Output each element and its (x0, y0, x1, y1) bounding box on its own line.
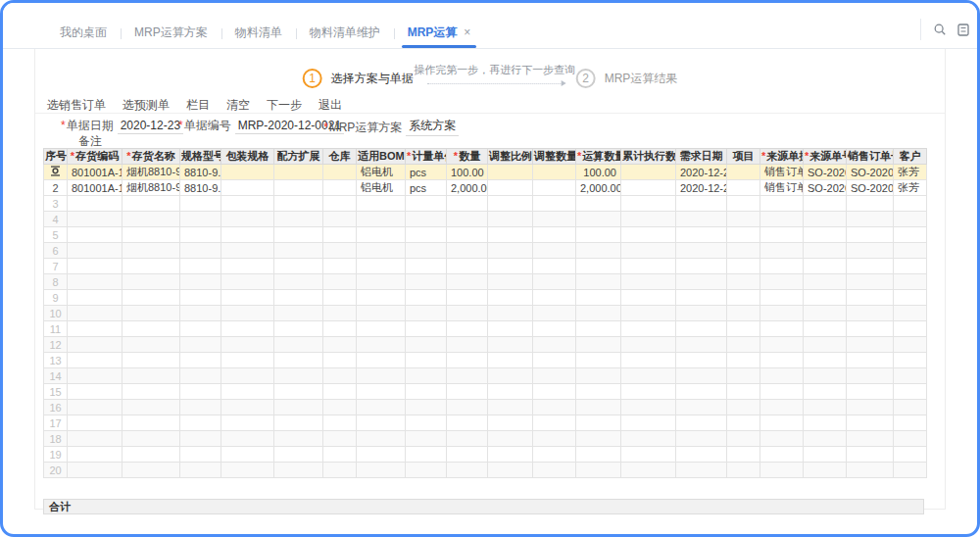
grid-cell[interactable] (406, 415, 447, 431)
grid-cell[interactable] (847, 353, 894, 368)
grid-cell[interactable] (894, 227, 927, 243)
grid-cell[interactable] (447, 368, 488, 384)
grid-cell[interactable] (122, 274, 180, 290)
grid-cell[interactable] (447, 447, 488, 463)
grid-cell[interactable] (68, 243, 122, 259)
table-row[interactable]: 6 (44, 243, 927, 259)
tab-1[interactable]: 我的桌面 (46, 20, 121, 48)
grid-cell[interactable] (406, 337, 447, 353)
grid-cell[interactable] (727, 290, 760, 306)
table-row[interactable]: 8 (44, 274, 927, 290)
grid-cell[interactable] (804, 227, 847, 243)
grid-cell[interactable] (447, 259, 488, 274)
grid-cell[interactable] (68, 337, 122, 353)
grid-cell[interactable] (676, 212, 727, 227)
grid-cell[interactable] (676, 447, 727, 463)
grid-cell[interactable] (804, 463, 847, 478)
grid-cell[interactable] (533, 353, 576, 368)
grid-cell[interactable] (804, 337, 847, 353)
grid-cell[interactable] (221, 400, 274, 415)
grid-cell[interactable] (180, 368, 221, 384)
grid-cell[interactable] (447, 337, 488, 353)
grid-cell[interactable] (760, 463, 804, 478)
grid-cell[interactable] (894, 463, 927, 478)
grid-cell[interactable] (894, 290, 927, 306)
toolbar-link-2[interactable]: 选预测单 (122, 97, 170, 114)
grid-cell[interactable] (727, 321, 760, 337)
grid-cell[interactable] (894, 384, 927, 400)
grid-cell[interactable] (323, 165, 357, 180)
grid-cell[interactable] (676, 384, 727, 400)
tab-4[interactable]: 物料清单维护 (296, 20, 394, 48)
grid-cell[interactable] (323, 368, 357, 384)
grid-cell[interactable] (447, 400, 488, 415)
grid-cell[interactable] (894, 368, 927, 384)
grid-cell[interactable] (447, 306, 488, 321)
table-row[interactable]: 13 (44, 353, 927, 368)
panel-list-icon[interactable] (957, 24, 969, 36)
grid-cell[interactable] (274, 165, 323, 180)
grid-cell[interactable] (323, 353, 357, 368)
grid-cell[interactable] (323, 212, 357, 227)
grid-cell[interactable] (323, 447, 357, 463)
grid-cell[interactable] (122, 321, 180, 337)
grid-cell[interactable] (221, 431, 274, 447)
toolbar-link-3[interactable]: 栏目 (186, 97, 210, 114)
grid-cell[interactable] (180, 243, 221, 259)
grid-cell[interactable] (274, 274, 323, 290)
row-number-cell[interactable]: 6 (44, 243, 68, 259)
table-row[interactable]: 16 (44, 400, 927, 415)
grid-cell[interactable] (576, 415, 621, 431)
grid-cell[interactable] (274, 290, 323, 306)
grid-cell[interactable]: 铝电机 (357, 180, 406, 196)
grid-cell[interactable] (804, 368, 847, 384)
grid-cell[interactable] (323, 463, 357, 478)
grid-cell[interactable] (221, 353, 274, 368)
grid-cell[interactable] (488, 180, 533, 196)
grid-cell[interactable] (357, 290, 406, 306)
grid-cell[interactable] (323, 196, 357, 212)
grid-cell[interactable] (727, 337, 760, 353)
grid-cell[interactable] (727, 274, 760, 290)
grid-cell[interactable] (727, 212, 760, 227)
grid-cell[interactable] (180, 259, 221, 274)
grid-cell[interactable] (760, 243, 804, 259)
grid-cell[interactable] (576, 227, 621, 243)
grid-cell[interactable]: 801001A-1 (68, 180, 122, 196)
grid-cell[interactable] (406, 243, 447, 259)
grid-cell[interactable] (576, 384, 621, 400)
grid-cell[interactable] (323, 274, 357, 290)
grid-cell[interactable] (406, 306, 447, 321)
grid-cell[interactable] (804, 306, 847, 321)
grid-cell[interactable] (68, 447, 122, 463)
grid-cell[interactable] (274, 447, 323, 463)
grid-cell[interactable] (804, 243, 847, 259)
grid-cell[interactable] (676, 321, 727, 337)
grid-cell[interactable]: SO-2020-1... (847, 180, 894, 196)
grid-cell[interactable] (357, 384, 406, 400)
grid-cell[interactable] (847, 431, 894, 447)
row-number-cell[interactable]: 9 (44, 290, 68, 306)
grid-cell[interactable] (406, 274, 447, 290)
grid-cell[interactable] (533, 415, 576, 431)
grid-cell[interactable] (676, 227, 727, 243)
grid-cell[interactable] (221, 463, 274, 478)
grid-cell[interactable] (274, 368, 323, 384)
grid-cell[interactable] (621, 337, 676, 353)
table-row[interactable]: 12 (44, 337, 927, 353)
grid-cell[interactable] (804, 274, 847, 290)
grid-cell[interactable] (727, 165, 760, 180)
grid-cell[interactable] (760, 274, 804, 290)
grid-cell[interactable] (488, 274, 533, 290)
grid-cell[interactable] (576, 243, 621, 259)
grid-cell[interactable] (488, 368, 533, 384)
grid-cell[interactable] (323, 321, 357, 337)
grid-cell[interactable] (621, 290, 676, 306)
grid-cell[interactable] (68, 384, 122, 400)
tab-close-icon[interactable]: × (464, 25, 470, 39)
grid-cell[interactable] (533, 337, 576, 353)
grid-cell[interactable] (406, 290, 447, 306)
grid-cell[interactable] (576, 431, 621, 447)
row-number-cell[interactable]: 18 (44, 431, 68, 447)
tab-2[interactable]: MRP运算方案 (121, 20, 221, 48)
